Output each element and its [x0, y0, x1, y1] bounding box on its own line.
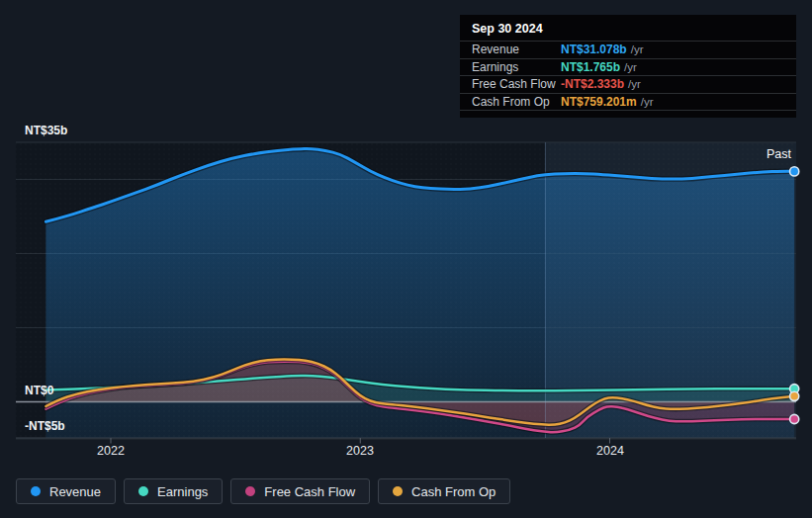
tooltip-value: NT$759.201m — [561, 95, 637, 109]
free-cash-flow-dot-icon — [245, 486, 255, 496]
y-axis-label-35b: NT$35b — [25, 124, 67, 137]
tooltip-label: Revenue — [472, 43, 561, 56]
tooltip-value: NT$31.078b — [561, 43, 627, 56]
legend-toggle-revenue[interactable]: Revenue — [16, 478, 116, 504]
tooltip-suffix: /yr — [628, 78, 641, 90]
legend-toggle-cash-from-op[interactable]: Cash From Op — [378, 478, 510, 504]
legend-label: Earnings — [157, 484, 208, 499]
y-axis-label-0: NT$0 — [25, 384, 53, 397]
revenue-dot-icon — [31, 486, 41, 496]
tooltip-value: -NT$2.333b — [561, 77, 624, 91]
legend-label: Free Cash Flow — [264, 484, 355, 499]
tooltip-row-revenue: Revenue NT$31.078b /yr — [460, 42, 796, 59]
tooltip-row-cash-from-op: Cash From Op NT$759.201m /yr — [460, 94, 796, 112]
chart-legend: Revenue Earnings Free Cash Flow Cash Fro… — [16, 478, 510, 504]
x-axis-label-2023: 2023 — [324, 444, 396, 458]
x-axis-label-2022: 2022 — [75, 444, 146, 458]
tooltip-suffix: /yr — [641, 96, 654, 108]
legend-label: Revenue — [49, 484, 101, 499]
tooltip-row-free-cash-flow: Free Cash Flow -NT$2.333b /yr — [460, 76, 796, 94]
earnings-dot-icon — [138, 486, 148, 496]
endpoint-marker — [790, 167, 799, 176]
legend-toggle-earnings[interactable]: Earnings — [124, 478, 223, 504]
past-region-label: Past — [692, 147, 791, 161]
x-axis-label-2024: 2024 — [575, 444, 646, 458]
tooltip-label: Free Cash Flow — [472, 77, 561, 91]
y-axis-label-neg5: -NT$5b — [25, 419, 65, 433]
tooltip-row-earnings: Earnings NT$1.765b /yr — [460, 59, 796, 77]
endpoint-marker — [790, 414, 799, 423]
chart-tooltip: Sep 30 2024 Revenue NT$31.078b /yr Earni… — [460, 15, 796, 118]
endpoint-marker — [790, 391, 799, 400]
tooltip-date: Sep 30 2024 — [460, 15, 796, 42]
legend-label: Cash From Op — [411, 484, 496, 499]
tooltip-suffix: /yr — [624, 61, 637, 73]
tooltip-suffix: /yr — [631, 43, 644, 55]
tooltip-label: Cash From Op — [472, 95, 561, 109]
legend-toggle-free-cash-flow[interactable]: Free Cash Flow — [230, 478, 370, 504]
tooltip-label: Earnings — [472, 60, 561, 74]
stock-financials-chart: NT$35b NT$0 -NT$5b 2022 2023 2024 Past S… — [0, 0, 812, 518]
tooltip-value: NT$1.765b — [561, 60, 620, 74]
cash-from-op-dot-icon — [393, 486, 403, 496]
